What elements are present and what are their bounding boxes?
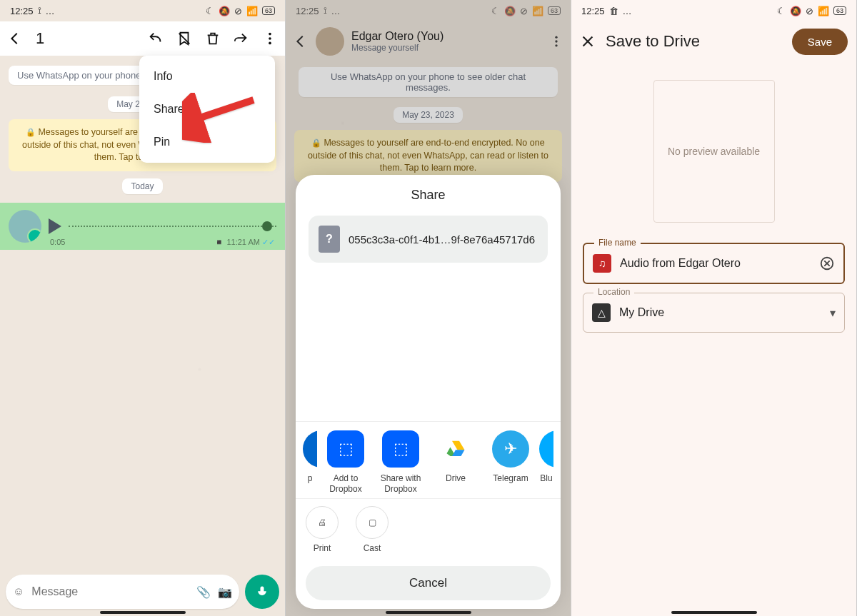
home-indicator (100, 611, 186, 614)
attach-icon[interactable]: 📎 (196, 585, 211, 599)
voice-message[interactable]: 0:05 ◾ 11:21 AM ✓✓ (0, 203, 285, 250)
reply-icon[interactable] (148, 31, 164, 46)
drive-icon: △ (592, 303, 611, 322)
action-print[interactable]: 🖨Print (306, 506, 339, 553)
date-pill-today: Today (122, 178, 162, 194)
forward-icon[interactable] (234, 31, 249, 46)
location-field[interactable]: Location △ My Drive ▾ (583, 293, 845, 333)
svg-point-1 (269, 37, 271, 40)
share-app-dropbox-add[interactable]: ⬚Add to Dropbox (319, 426, 372, 494)
filename-field[interactable]: File name ♫ Audio from Edgar Otero (583, 243, 845, 284)
cast-icon: ▢ (356, 506, 389, 539)
selection-count: 1 (36, 29, 44, 48)
camera-icon[interactable]: 📷 (218, 585, 232, 599)
play-icon[interactable] (49, 218, 61, 234)
more-icon[interactable] (262, 31, 278, 46)
file-name: 055c3c3a-c0f1-4b1…9f-8e76a45717d6 (349, 233, 535, 246)
share-app-dropbox-share[interactable]: ⬚Share with Dropbox (374, 426, 427, 494)
share-file-card[interactable]: ? 055c3c3a-c0f1-4b1…9f-8e76a45717d6 (309, 216, 548, 263)
print-icon: 🖨 (306, 506, 339, 539)
status-bar: 12:25⟟… ☾🔕⊘📶63 (0, 0, 285, 21)
close-icon[interactable] (580, 34, 596, 49)
drive-toolbar: Save to Drive Save (571, 21, 856, 61)
battery-level: 63 (262, 6, 275, 15)
sheet-title: Share (296, 188, 561, 203)
audio-time: 11:21 AM (226, 238, 259, 246)
cancel-button[interactable]: Cancel (306, 566, 551, 600)
audio-file-icon: ♫ (593, 254, 611, 273)
mic-button[interactable] (245, 575, 279, 609)
delete-icon[interactable] (205, 31, 221, 46)
filename-label: File name (594, 238, 641, 248)
composer: ☺ 📎 📷 (6, 575, 279, 609)
annotation-arrow (182, 93, 261, 143)
bookmark-off-icon[interactable] (176, 31, 192, 46)
svg-point-0 (269, 33, 271, 36)
home-indicator (671, 611, 757, 614)
preview-box: No preview available (653, 80, 775, 223)
svg-point-2 (269, 42, 271, 45)
share-app-row[interactable]: p ⬚Add to Dropbox ⬚Share with Dropbox Dr… (296, 421, 561, 499)
action-cast[interactable]: ▢Cast (356, 506, 389, 553)
home-indicator (386, 611, 471, 614)
share-app-cut-left[interactable]: p (303, 426, 317, 494)
status-bar: 12:25🗑… ☾🔕⊘📶63 (571, 0, 856, 21)
file-icon: ? (319, 226, 340, 253)
drive-title: Save to Drive (606, 32, 782, 51)
share-sheet: Share ? 055c3c3a-c0f1-4b1…9f-8e76a45717d… (296, 175, 561, 609)
share-app-drive[interactable]: Drive (429, 426, 482, 494)
location-label: Location (593, 287, 634, 297)
back-icon[interactable] (7, 31, 23, 46)
chevron-down-icon: ▾ (830, 306, 836, 320)
svg-line-3 (189, 100, 254, 121)
menu-info[interactable]: Info (139, 60, 275, 93)
emoji-icon[interactable]: ☺ (13, 585, 24, 598)
avatar (9, 210, 41, 243)
selection-toolbar: 1 (0, 21, 285, 56)
message-input[interactable] (31, 585, 189, 598)
share-app-telegram[interactable]: ✈Telegram (484, 426, 537, 494)
audio-duration: 0:05 (50, 238, 65, 247)
filename-value: Audio from Edgar Otero (620, 257, 811, 270)
share-app-cut-right[interactable]: Blu (539, 426, 553, 494)
clear-icon[interactable] (819, 256, 835, 271)
save-button[interactable]: Save (792, 29, 848, 55)
share-action-row: 🖨Print ▢Cast (296, 499, 561, 560)
location-value: My Drive (619, 306, 821, 319)
audio-track[interactable] (69, 220, 276, 233)
status-time: 12:25 (10, 6, 34, 16)
